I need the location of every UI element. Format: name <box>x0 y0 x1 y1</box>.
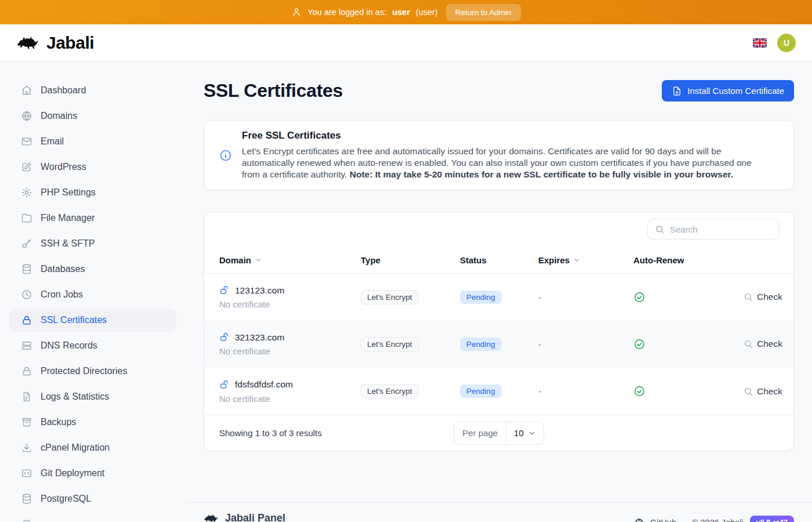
page-footer: Jabali Panel GitHub · © 2026 Jabali v0.9… <box>186 502 812 522</box>
sidebar-item-git-deployment[interactable]: Git Deployment <box>9 462 176 485</box>
sidebar-item-label: PostgreSQL <box>41 494 91 504</box>
expires-value: - <box>538 386 633 396</box>
sidebar-item-protected-directories[interactable]: Protected Directories <box>9 360 176 383</box>
app-header: Jabali U <box>0 24 812 61</box>
sidebar-item-file-manager[interactable]: File Manager <box>9 206 176 230</box>
sidebar-item-ssh-sftp[interactable]: SSH & SFTP <box>9 232 176 255</box>
language-flag-icon[interactable] <box>753 38 767 48</box>
check-button[interactable]: Check <box>744 292 782 302</box>
sidebar-item-label: Logs & Statistics <box>41 392 109 402</box>
sidebar-item-dashboard[interactable]: Dashboard <box>9 79 176 102</box>
check-button-label: Check <box>757 386 782 397</box>
impersonation-message: You are logged in as: user (user) <box>291 7 437 17</box>
return-to-admin-button[interactable]: Return to Admin <box>446 4 521 21</box>
check-button-label: Check <box>757 339 782 349</box>
sidebar-item-email[interactable]: Email <box>9 130 176 153</box>
type-badge: Let's Encrypt <box>361 337 419 351</box>
brand-logo[interactable]: Jabali <box>16 33 94 53</box>
check-button[interactable]: Check <box>744 386 782 397</box>
github-link[interactable]: GitHub <box>650 518 676 522</box>
footer-brand-name: Jabali Panel <box>225 512 285 522</box>
column-header-status: Status <box>460 255 538 265</box>
version-badge: v0.9-rc42 <box>750 516 794 522</box>
status-badge: Pending <box>460 385 502 398</box>
column-header-type: Type <box>361 255 460 265</box>
sidebar-item-cpanel-migration[interactable]: cPanel Migration <box>9 436 176 459</box>
main-content: SSL Certificates Install Custom Certific… <box>186 61 812 522</box>
sidebar-item-dns-records[interactable]: DNS Records <box>9 334 176 357</box>
column-header-domain[interactable]: Domain <box>219 255 361 265</box>
search-input[interactable] <box>670 224 772 234</box>
brand-name: Jabali <box>46 33 94 53</box>
check-button[interactable]: Check <box>744 339 782 349</box>
sidebar-item-label: Protected Directories <box>41 366 127 376</box>
sidebar-item-label: WordPress <box>41 162 86 172</box>
per-page-value: 10 <box>514 428 524 438</box>
unlock-icon <box>219 285 230 296</box>
search-box <box>647 219 780 240</box>
table-row: 123123.com No certificate Let's Encrypt … <box>204 274 793 321</box>
chevron-down-icon <box>528 429 536 437</box>
sidebar-item-databases[interactable]: Databases <box>9 258 176 281</box>
impersonation-role: (user) <box>416 8 438 17</box>
sidebar-item-label: File Manager <box>41 213 95 223</box>
download-icon <box>21 442 32 454</box>
lock-icon <box>21 314 32 326</box>
status-badge: Pending <box>460 291 502 304</box>
sidebar-item-label: Databases <box>41 264 85 274</box>
magnifier-icon <box>744 387 753 396</box>
sidebar-item-wordpress[interactable]: WordPress <box>9 155 176 179</box>
database-icon <box>21 263 32 275</box>
per-page-label: Per page <box>454 422 506 444</box>
type-badge: Let's Encrypt <box>361 290 419 304</box>
magnifier-icon <box>744 339 753 349</box>
footer-copyright: © 2026 Jabali <box>692 518 744 522</box>
install-custom-certificate-button[interactable]: Install Custom Certificate <box>662 80 794 102</box>
footer-separator: · <box>683 518 686 522</box>
database-icon <box>21 493 32 505</box>
column-header-expires[interactable]: Expires <box>538 255 633 265</box>
footer-brand: Jabali Panel <box>204 503 285 522</box>
install-button-label: Install Custom Certificate <box>687 86 784 96</box>
free-ssl-info-box: Free SSL Certificates Let's Encrypt cert… <box>204 120 794 190</box>
sidebar-item-cron-jobs[interactable]: Cron Jobs <box>9 283 176 306</box>
sidebar-item-php-settings[interactable]: PHP Settings <box>9 181 176 204</box>
info-box-title: Free SSL Certificates <box>242 130 770 142</box>
impersonation-bar: You are logged in as: user (user) Return… <box>0 0 812 24</box>
sidebar-item-label: cPanel Migration <box>41 443 110 453</box>
mail-icon <box>21 136 32 147</box>
auto-renew-check-circle-icon[interactable] <box>633 385 744 397</box>
sidebar-item-postgresql[interactable]: PostgreSQL <box>9 487 176 510</box>
check-button-label: Check <box>757 292 782 302</box>
circle-icon <box>21 519 32 522</box>
sidebar: Dashboard Domains Email WordPress PHP Se… <box>0 61 186 522</box>
auto-renew-check-circle-icon[interactable] <box>633 338 744 350</box>
sidebar-item-partial[interactable] <box>9 513 176 522</box>
sidebar-item-label: Cron Jobs <box>41 289 83 300</box>
table-header-row: Domain Type Status Expires Auto-Renew <box>204 246 793 274</box>
column-header-auto-renew: Auto-Renew <box>633 255 744 265</box>
magnifier-icon <box>744 292 753 302</box>
sidebar-item-ssl-certificates[interactable]: SSL Certificates <box>9 309 176 332</box>
expires-value: - <box>538 339 633 349</box>
boar-logo-icon <box>204 513 219 522</box>
per-page-select[interactable]: Per page 10 <box>454 422 544 445</box>
sidebar-item-domains[interactable]: Domains <box>9 104 176 128</box>
chevron-down-icon <box>255 256 262 264</box>
sidebar-item-backups[interactable]: Backups <box>9 411 176 434</box>
document-plus-icon <box>672 86 682 96</box>
page-title: SSL Certificates <box>204 80 343 102</box>
folder-icon <box>21 212 32 224</box>
certificate-note: No certificate <box>219 346 361 356</box>
auto-renew-check-circle-icon[interactable] <box>633 291 744 303</box>
info-box-note: Note: It may take 5-20 minutes for a new… <box>350 169 733 179</box>
sidebar-item-logs-statistics[interactable]: Logs & Statistics <box>9 385 176 408</box>
gear-icon <box>21 187 32 198</box>
user-avatar[interactable]: U <box>777 34 796 52</box>
chevron-down-icon <box>573 256 581 264</box>
sidebar-item-label: SSL Certificates <box>41 315 107 325</box>
footer-meta: GitHub · © 2026 Jabali v0.9-rc42 <box>635 503 794 522</box>
certificates-table-card: Domain Type Status Expires Auto-Renew 12… <box>204 212 794 451</box>
sidebar-item-label: Git Deployment <box>41 468 104 478</box>
unlock-icon <box>219 332 230 343</box>
